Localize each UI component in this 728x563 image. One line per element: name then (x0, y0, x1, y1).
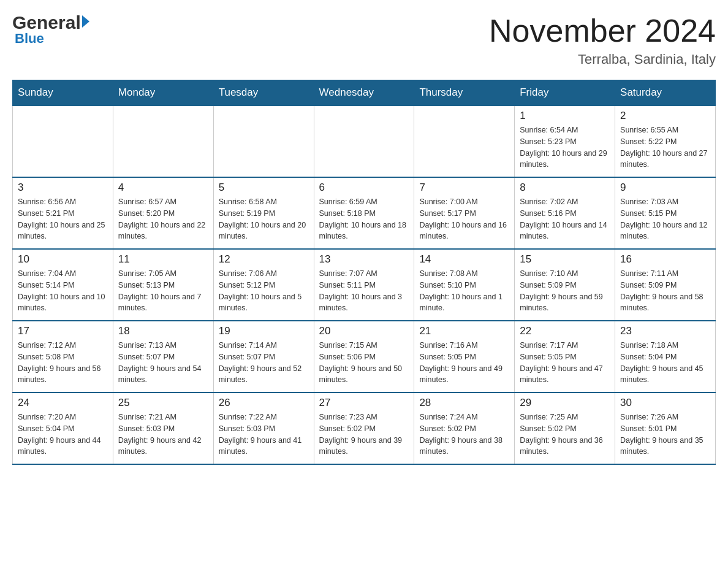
calendar-cell: 26Sunrise: 7:22 AM Sunset: 5:03 PM Dayli… (213, 393, 314, 464)
day-number: 12 (219, 253, 309, 266)
day-info: Sunrise: 7:15 AM Sunset: 5:06 PM Dayligh… (319, 340, 409, 386)
logo-text: General (12, 12, 89, 33)
calendar-week-4: 17Sunrise: 7:12 AM Sunset: 5:08 PM Dayli… (13, 321, 716, 393)
day-info: Sunrise: 7:24 AM Sunset: 5:02 PM Dayligh… (419, 412, 509, 458)
logo: General Blue (12, 12, 89, 47)
logo-blue: Blue (15, 31, 44, 47)
day-info: Sunrise: 7:22 AM Sunset: 5:03 PM Dayligh… (219, 412, 309, 458)
day-number: 9 (620, 182, 710, 194)
day-number: 23 (620, 325, 710, 337)
calendar-header-row: SundayMondayTuesdayWednesdayThursdayFrid… (13, 80, 716, 106)
day-number: 17 (18, 325, 108, 337)
calendar-cell (113, 105, 213, 177)
day-info: Sunrise: 7:16 AM Sunset: 5:05 PM Dayligh… (419, 340, 509, 386)
calendar-cell: 13Sunrise: 7:07 AM Sunset: 5:11 PM Dayli… (314, 249, 414, 321)
day-info: Sunrise: 7:06 AM Sunset: 5:12 PM Dayligh… (219, 268, 309, 314)
day-info: Sunrise: 7:23 AM Sunset: 5:02 PM Dayligh… (319, 412, 409, 458)
calendar-cell: 5Sunrise: 6:58 AM Sunset: 5:19 PM Daylig… (213, 177, 314, 249)
calendar-cell: 16Sunrise: 7:11 AM Sunset: 5:09 PM Dayli… (615, 249, 716, 321)
day-number: 24 (18, 397, 108, 409)
title-area: November 2024 Terralba, Sardinia, Italy (489, 12, 716, 67)
logo-arrow-icon (82, 15, 89, 28)
calendar-cell: 4Sunrise: 6:57 AM Sunset: 5:20 PM Daylig… (113, 177, 213, 249)
day-number: 6 (319, 182, 409, 194)
calendar-cell: 6Sunrise: 6:59 AM Sunset: 5:18 PM Daylig… (314, 177, 414, 249)
calendar-cell: 24Sunrise: 7:20 AM Sunset: 5:04 PM Dayli… (13, 393, 113, 464)
day-info: Sunrise: 7:13 AM Sunset: 5:07 PM Dayligh… (118, 340, 208, 386)
calendar-week-3: 10Sunrise: 7:04 AM Sunset: 5:14 PM Dayli… (13, 249, 716, 321)
day-info: Sunrise: 6:55 AM Sunset: 5:22 PM Dayligh… (620, 124, 710, 170)
day-number: 13 (319, 253, 409, 266)
calendar-week-1: 1Sunrise: 6:54 AM Sunset: 5:23 PM Daylig… (13, 105, 716, 177)
calendar-cell: 10Sunrise: 7:04 AM Sunset: 5:14 PM Dayli… (13, 249, 113, 321)
day-info: Sunrise: 7:00 AM Sunset: 5:17 PM Dayligh… (419, 196, 509, 242)
calendar-cell: 27Sunrise: 7:23 AM Sunset: 5:02 PM Dayli… (314, 393, 414, 464)
day-number: 16 (620, 253, 710, 266)
day-number: 30 (620, 397, 710, 409)
day-info: Sunrise: 6:57 AM Sunset: 5:20 PM Dayligh… (118, 196, 208, 242)
calendar-cell (13, 105, 113, 177)
calendar-cell: 19Sunrise: 7:14 AM Sunset: 5:07 PM Dayli… (213, 321, 314, 393)
day-info: Sunrise: 7:25 AM Sunset: 5:02 PM Dayligh… (520, 412, 610, 458)
column-header-monday: Monday (113, 80, 213, 106)
day-info: Sunrise: 7:04 AM Sunset: 5:14 PM Dayligh… (18, 268, 108, 314)
day-number: 14 (419, 253, 509, 266)
day-info: Sunrise: 6:58 AM Sunset: 5:19 PM Dayligh… (219, 196, 309, 242)
calendar-cell (213, 105, 314, 177)
day-number: 15 (520, 253, 610, 266)
calendar-cell: 1Sunrise: 6:54 AM Sunset: 5:23 PM Daylig… (515, 105, 615, 177)
day-info: Sunrise: 7:08 AM Sunset: 5:10 PM Dayligh… (419, 268, 509, 314)
day-number: 25 (118, 397, 208, 409)
day-number: 7 (419, 182, 509, 194)
calendar-cell (414, 105, 515, 177)
day-info: Sunrise: 7:11 AM Sunset: 5:09 PM Dayligh… (620, 268, 710, 314)
day-number: 1 (520, 110, 610, 122)
day-info: Sunrise: 7:14 AM Sunset: 5:07 PM Dayligh… (219, 340, 309, 386)
day-number: 8 (520, 182, 610, 194)
day-number: 5 (219, 182, 309, 194)
day-info: Sunrise: 7:03 AM Sunset: 5:15 PM Dayligh… (620, 196, 710, 242)
calendar-cell (314, 105, 414, 177)
logo-general: General (12, 12, 81, 33)
day-number: 26 (219, 397, 309, 409)
calendar-cell: 22Sunrise: 7:17 AM Sunset: 5:05 PM Dayli… (515, 321, 615, 393)
day-number: 28 (419, 397, 509, 409)
day-info: Sunrise: 6:56 AM Sunset: 5:21 PM Dayligh… (18, 196, 108, 242)
day-info: Sunrise: 7:10 AM Sunset: 5:09 PM Dayligh… (520, 268, 610, 314)
calendar-cell: 7Sunrise: 7:00 AM Sunset: 5:17 PM Daylig… (414, 177, 515, 249)
day-number: 3 (18, 182, 108, 194)
calendar-cell: 20Sunrise: 7:15 AM Sunset: 5:06 PM Dayli… (314, 321, 414, 393)
calendar-cell: 18Sunrise: 7:13 AM Sunset: 5:07 PM Dayli… (113, 321, 213, 393)
page-header: General Blue November 2024 Terralba, Sar… (12, 12, 716, 67)
day-info: Sunrise: 7:12 AM Sunset: 5:08 PM Dayligh… (18, 340, 108, 386)
calendar-cell: 12Sunrise: 7:06 AM Sunset: 5:12 PM Dayli… (213, 249, 314, 321)
column-header-tuesday: Tuesday (213, 80, 314, 106)
calendar-cell: 3Sunrise: 6:56 AM Sunset: 5:21 PM Daylig… (13, 177, 113, 249)
calendar-cell: 15Sunrise: 7:10 AM Sunset: 5:09 PM Dayli… (515, 249, 615, 321)
calendar-cell: 9Sunrise: 7:03 AM Sunset: 5:15 PM Daylig… (615, 177, 716, 249)
calendar-table: SundayMondayTuesdayWednesdayThursdayFrid… (12, 80, 716, 465)
day-number: 20 (319, 325, 409, 337)
column-header-thursday: Thursday (414, 80, 515, 106)
calendar-cell: 23Sunrise: 7:18 AM Sunset: 5:04 PM Dayli… (615, 321, 716, 393)
location-title: Terralba, Sardinia, Italy (489, 52, 716, 67)
column-header-sunday: Sunday (13, 80, 113, 106)
day-number: 10 (18, 253, 108, 266)
calendar-week-5: 24Sunrise: 7:20 AM Sunset: 5:04 PM Dayli… (13, 393, 716, 464)
day-number: 27 (319, 397, 409, 409)
calendar-cell: 17Sunrise: 7:12 AM Sunset: 5:08 PM Dayli… (13, 321, 113, 393)
column-header-wednesday: Wednesday (314, 80, 414, 106)
calendar-cell: 11Sunrise: 7:05 AM Sunset: 5:13 PM Dayli… (113, 249, 213, 321)
day-number: 18 (118, 325, 208, 337)
day-info: Sunrise: 6:54 AM Sunset: 5:23 PM Dayligh… (520, 124, 610, 170)
day-info: Sunrise: 7:26 AM Sunset: 5:01 PM Dayligh… (620, 412, 710, 458)
day-info: Sunrise: 7:07 AM Sunset: 5:11 PM Dayligh… (319, 268, 409, 314)
day-info: Sunrise: 7:02 AM Sunset: 5:16 PM Dayligh… (520, 196, 610, 242)
day-info: Sunrise: 7:20 AM Sunset: 5:04 PM Dayligh… (18, 412, 108, 458)
day-info: Sunrise: 7:18 AM Sunset: 5:04 PM Dayligh… (620, 340, 710, 386)
calendar-week-2: 3Sunrise: 6:56 AM Sunset: 5:21 PM Daylig… (13, 177, 716, 249)
day-number: 29 (520, 397, 610, 409)
day-number: 21 (419, 325, 509, 337)
day-info: Sunrise: 6:59 AM Sunset: 5:18 PM Dayligh… (319, 196, 409, 242)
calendar-cell: 14Sunrise: 7:08 AM Sunset: 5:10 PM Dayli… (414, 249, 515, 321)
